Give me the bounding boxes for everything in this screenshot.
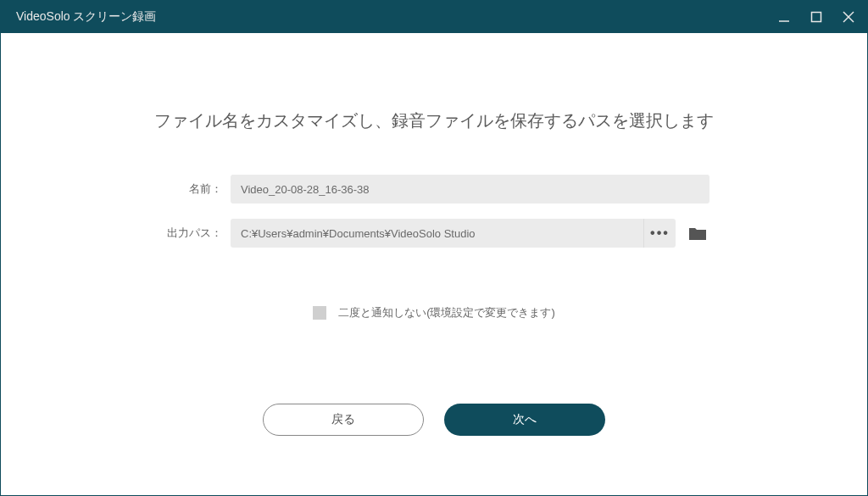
svg-rect-1: [812, 13, 821, 22]
button-row: 戻る 次へ: [263, 404, 605, 436]
next-button[interactable]: 次へ: [444, 404, 605, 436]
minimize-icon: [778, 11, 790, 23]
close-button[interactable]: [840, 8, 857, 25]
checkbox-row: 二度と通知しない(環境設定で変更できます): [313, 305, 555, 320]
path-input[interactable]: [231, 219, 643, 248]
close-icon: [842, 10, 855, 24]
window-controls: [776, 8, 857, 25]
back-button[interactable]: 戻る: [263, 404, 424, 436]
app-window: VideoSolo スクリーン録画 ファイル名をカスタマイズし、録音ファイルを: [0, 0, 868, 496]
minimize-button[interactable]: [776, 8, 793, 25]
name-input[interactable]: [231, 175, 709, 203]
path-label: 出力パス：: [159, 226, 231, 241]
dont-notify-label: 二度と通知しない(環境設定で変更できます): [338, 305, 555, 320]
name-row: 名前：: [159, 175, 709, 203]
content-area: ファイル名をカスタマイズし、録音ファイルを保存するパスを選択します 名前： 出力…: [1, 33, 867, 495]
page-heading: ファイル名をカスタマイズし、録音ファイルを保存するパスを選択します: [154, 109, 714, 132]
folder-icon: [688, 226, 707, 241]
titlebar: VideoSolo スクリーン録画: [1, 1, 867, 33]
dont-notify-checkbox[interactable]: [313, 306, 326, 320]
more-button[interactable]: •••: [643, 219, 676, 248]
maximize-icon: [810, 11, 822, 23]
maximize-button[interactable]: [808, 8, 825, 25]
name-label: 名前：: [159, 181, 231, 197]
browse-folder-button[interactable]: [686, 219, 709, 248]
path-row: 出力パス： •••: [159, 219, 709, 248]
window-title: VideoSolo スクリーン録画: [16, 9, 156, 25]
